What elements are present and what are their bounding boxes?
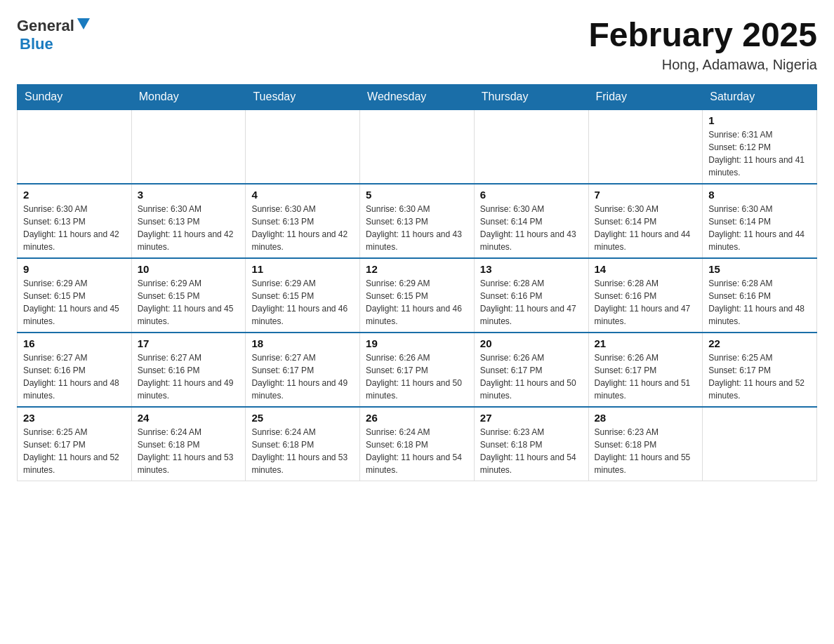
table-row: [131, 109, 246, 184]
day-info: Sunrise: 6:30 AMSunset: 6:13 PMDaylight:…: [23, 203, 126, 253]
day-info: Sunrise: 6:25 AMSunset: 6:17 PMDaylight:…: [708, 351, 811, 402]
table-row: [588, 109, 703, 184]
day-number: 28: [595, 412, 697, 424]
table-row: [360, 109, 475, 184]
logo-triangle-icon: [77, 18, 90, 34]
day-info: Sunrise: 6:29 AMSunset: 6:15 PMDaylight:…: [366, 277, 468, 328]
day-info: Sunrise: 6:26 AMSunset: 6:17 PMDaylight:…: [366, 351, 468, 402]
day-info: Sunrise: 6:28 AMSunset: 6:16 PMDaylight:…: [708, 277, 811, 328]
day-info: Sunrise: 6:24 AMSunset: 6:18 PMDaylight:…: [251, 426, 354, 476]
day-info: Sunrise: 6:24 AMSunset: 6:18 PMDaylight:…: [366, 426, 468, 476]
page-header: General Blue February 2025 Hong, Adamawa…: [17, 17, 817, 73]
table-row: 3Sunrise: 6:30 AMSunset: 6:13 PMDaylight…: [131, 184, 246, 258]
table-row: 13Sunrise: 6:28 AMSunset: 6:16 PMDayligh…: [474, 258, 588, 333]
table-row: 4Sunrise: 6:30 AMSunset: 6:13 PMDaylight…: [246, 184, 360, 258]
header-wednesday: Wednesday: [360, 84, 475, 109]
header-thursday: Thursday: [474, 84, 588, 109]
day-number: 3: [138, 189, 240, 201]
day-info: Sunrise: 6:23 AMSunset: 6:18 PMDaylight:…: [595, 426, 697, 476]
day-number: 4: [251, 189, 354, 201]
header-tuesday: Tuesday: [246, 84, 360, 109]
day-number: 24: [138, 412, 240, 424]
table-row: 12Sunrise: 6:29 AMSunset: 6:15 PMDayligh…: [360, 258, 475, 333]
day-number: 22: [708, 337, 811, 349]
day-info: Sunrise: 6:27 AMSunset: 6:16 PMDaylight:…: [138, 351, 240, 402]
day-number: 2: [23, 189, 126, 201]
day-number: 12: [366, 263, 468, 275]
day-info: Sunrise: 6:29 AMSunset: 6:15 PMDaylight:…: [23, 277, 126, 328]
logo-general-text: General: [17, 17, 74, 35]
day-info: Sunrise: 6:29 AMSunset: 6:15 PMDaylight:…: [138, 277, 240, 328]
table-row: 17Sunrise: 6:27 AMSunset: 6:16 PMDayligh…: [131, 333, 246, 407]
table-row: 24Sunrise: 6:24 AMSunset: 6:18 PMDayligh…: [131, 407, 246, 481]
day-number: 25: [251, 412, 354, 424]
calendar-week-row: 16Sunrise: 6:27 AMSunset: 6:16 PMDayligh…: [18, 333, 817, 407]
day-number: 27: [480, 412, 583, 424]
day-number: 26: [366, 412, 468, 424]
table-row: 6Sunrise: 6:30 AMSunset: 6:14 PMDaylight…: [474, 184, 588, 258]
table-row: [246, 109, 360, 184]
day-info: Sunrise: 6:27 AMSunset: 6:17 PMDaylight:…: [251, 351, 354, 402]
day-info: Sunrise: 6:24 AMSunset: 6:18 PMDaylight:…: [138, 426, 240, 476]
calendar-week-row: 2Sunrise: 6:30 AMSunset: 6:13 PMDaylight…: [18, 184, 817, 258]
table-row: 28Sunrise: 6:23 AMSunset: 6:18 PMDayligh…: [588, 407, 703, 481]
day-info: Sunrise: 6:30 AMSunset: 6:14 PMDaylight:…: [480, 203, 583, 253]
title-section: February 2025 Hong, Adamawa, Nigeria: [588, 17, 817, 73]
table-row: 21Sunrise: 6:26 AMSunset: 6:17 PMDayligh…: [588, 333, 703, 407]
day-info: Sunrise: 6:30 AMSunset: 6:14 PMDaylight:…: [595, 203, 697, 253]
header-sunday: Sunday: [18, 84, 132, 109]
header-saturday: Saturday: [703, 84, 817, 109]
table-row: [18, 109, 132, 184]
day-info: Sunrise: 6:28 AMSunset: 6:16 PMDaylight:…: [595, 277, 697, 328]
location-title: Hong, Adamawa, Nigeria: [588, 57, 817, 73]
table-row: 2Sunrise: 6:30 AMSunset: 6:13 PMDaylight…: [18, 184, 132, 258]
day-number: 8: [708, 189, 811, 201]
day-info: Sunrise: 6:28 AMSunset: 6:16 PMDaylight:…: [480, 277, 583, 328]
table-row: 25Sunrise: 6:24 AMSunset: 6:18 PMDayligh…: [246, 407, 360, 481]
weekday-header-row: Sunday Monday Tuesday Wednesday Thursday…: [18, 84, 817, 109]
header-monday: Monday: [131, 84, 246, 109]
svg-marker-0: [77, 18, 90, 29]
table-row: 7Sunrise: 6:30 AMSunset: 6:14 PMDaylight…: [588, 184, 703, 258]
day-number: 20: [480, 337, 583, 349]
table-row: 23Sunrise: 6:25 AMSunset: 6:17 PMDayligh…: [18, 407, 132, 481]
day-number: 10: [138, 263, 240, 275]
day-number: 16: [23, 337, 126, 349]
day-info: Sunrise: 6:26 AMSunset: 6:17 PMDaylight:…: [480, 351, 583, 402]
logo-blue-text: Blue: [20, 35, 53, 53]
logo: General Blue: [17, 17, 90, 53]
header-friday: Friday: [588, 84, 703, 109]
table-row: 27Sunrise: 6:23 AMSunset: 6:18 PMDayligh…: [474, 407, 588, 481]
day-number: 18: [251, 337, 354, 349]
day-number: 15: [708, 263, 811, 275]
table-row: 14Sunrise: 6:28 AMSunset: 6:16 PMDayligh…: [588, 258, 703, 333]
day-number: 5: [366, 189, 468, 201]
day-number: 17: [138, 337, 240, 349]
day-info: Sunrise: 6:30 AMSunset: 6:13 PMDaylight:…: [251, 203, 354, 253]
table-row: 22Sunrise: 6:25 AMSunset: 6:17 PMDayligh…: [703, 333, 817, 407]
day-number: 7: [595, 189, 697, 201]
day-number: 19: [366, 337, 468, 349]
calendar-week-row: 23Sunrise: 6:25 AMSunset: 6:17 PMDayligh…: [18, 407, 817, 481]
day-number: 14: [595, 263, 697, 275]
calendar-week-row: 9Sunrise: 6:29 AMSunset: 6:15 PMDaylight…: [18, 258, 817, 333]
table-row: [703, 407, 817, 481]
table-row: 9Sunrise: 6:29 AMSunset: 6:15 PMDaylight…: [18, 258, 132, 333]
table-row: 15Sunrise: 6:28 AMSunset: 6:16 PMDayligh…: [703, 258, 817, 333]
day-info: Sunrise: 6:31 AMSunset: 6:12 PMDaylight:…: [708, 128, 811, 179]
table-row: 11Sunrise: 6:29 AMSunset: 6:15 PMDayligh…: [246, 258, 360, 333]
day-info: Sunrise: 6:27 AMSunset: 6:16 PMDaylight:…: [23, 351, 126, 402]
day-info: Sunrise: 6:29 AMSunset: 6:15 PMDaylight:…: [251, 277, 354, 328]
table-row: 26Sunrise: 6:24 AMSunset: 6:18 PMDayligh…: [360, 407, 475, 481]
calendar-table: Sunday Monday Tuesday Wednesday Thursday…: [17, 84, 817, 481]
day-info: Sunrise: 6:25 AMSunset: 6:17 PMDaylight:…: [23, 426, 126, 476]
day-number: 6: [480, 189, 583, 201]
table-row: 16Sunrise: 6:27 AMSunset: 6:16 PMDayligh…: [18, 333, 132, 407]
table-row: 19Sunrise: 6:26 AMSunset: 6:17 PMDayligh…: [360, 333, 475, 407]
table-row: 10Sunrise: 6:29 AMSunset: 6:15 PMDayligh…: [131, 258, 246, 333]
table-row: 5Sunrise: 6:30 AMSunset: 6:13 PMDaylight…: [360, 184, 475, 258]
table-row: 8Sunrise: 6:30 AMSunset: 6:14 PMDaylight…: [703, 184, 817, 258]
day-info: Sunrise: 6:30 AMSunset: 6:13 PMDaylight:…: [138, 203, 240, 253]
table-row: [474, 109, 588, 184]
day-number: 1: [708, 114, 811, 126]
